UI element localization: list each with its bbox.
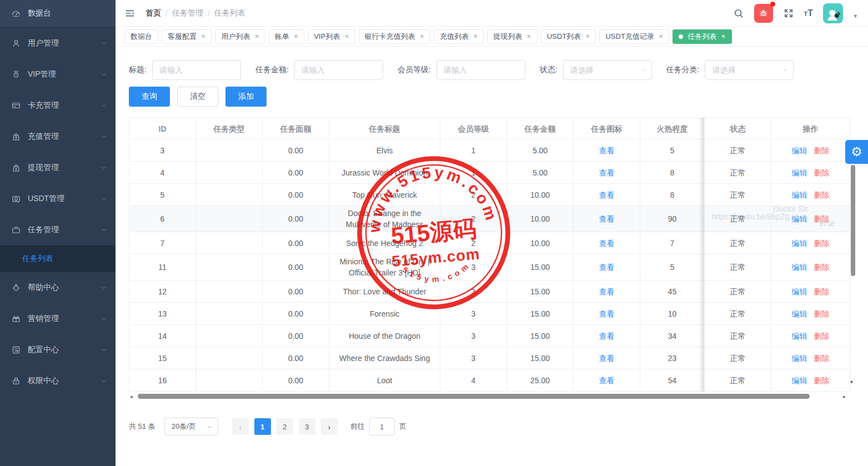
edit-button[interactable]: 编辑 xyxy=(792,376,807,385)
delete-button[interactable]: 删除 xyxy=(814,309,830,318)
filter-title-input[interactable] xyxy=(152,60,241,80)
goto-page-input[interactable] xyxy=(369,418,395,435)
sidebar-subitem-task-list[interactable]: 任务列表 xyxy=(0,245,116,272)
delete-button[interactable]: 删除 xyxy=(814,354,830,363)
tab-usdt-recharge-records[interactable]: USDT充值记录✕ xyxy=(599,29,669,44)
tab-vip-list[interactable]: VIP列表✕ xyxy=(308,29,355,44)
tab-withdraw-list[interactable]: 提现列表✕ xyxy=(487,29,537,44)
bug-report-button[interactable] xyxy=(754,4,773,23)
horizontal-scrollbar-thumb[interactable] xyxy=(138,394,810,399)
page-button-2[interactable]: 2 xyxy=(277,418,293,435)
chevron-down-icon[interactable]: ▼ xyxy=(853,13,858,19)
avatar[interactable] xyxy=(823,3,843,23)
page-button-3[interactable]: 3 xyxy=(299,418,315,435)
tab-bills[interactable]: 账单✕ xyxy=(269,29,304,44)
scroll-right-arrow-icon[interactable]: ▸ xyxy=(843,393,846,400)
close-icon[interactable]: ✕ xyxy=(420,34,424,39)
fullscreen-icon[interactable] xyxy=(783,8,794,19)
close-icon[interactable]: ✕ xyxy=(659,34,663,39)
tab-task-list[interactable]: 任务列表✕ xyxy=(673,29,731,44)
tab-bank-card-recharge-list[interactable]: 银行卡充值列表✕ xyxy=(359,29,430,44)
tab-usdt-list[interactable]: USDT列表✕ xyxy=(541,29,596,44)
close-icon[interactable]: ✕ xyxy=(294,34,298,39)
sidebar-item-usdt[interactable]: USDT管理 xyxy=(0,183,116,214)
clear-button[interactable]: 清空 xyxy=(177,87,218,107)
font-size-icon[interactable]: TT xyxy=(804,9,814,18)
delete-button[interactable]: 删除 xyxy=(814,332,830,340)
sidebar-item-help[interactable]: 帮助中心 xyxy=(0,272,116,303)
delete-button[interactable]: 删除 xyxy=(814,168,830,177)
filter-status-select-input[interactable] xyxy=(563,60,652,80)
close-icon[interactable]: ✕ xyxy=(473,34,478,39)
edit-button[interactable]: 编辑 xyxy=(792,239,807,248)
sidebar-item-withdraw[interactable]: 提现管理 xyxy=(0,152,116,183)
sidebar-item-recharge[interactable]: 充值管理 xyxy=(0,121,116,152)
vertical-scrollbar-thumb[interactable] xyxy=(851,165,855,276)
sidebar-item-config[interactable]: 配置中心 xyxy=(0,334,116,365)
close-icon[interactable]: ✕ xyxy=(526,34,531,39)
edit-button[interactable]: 编辑 xyxy=(792,263,807,272)
breadcrumb-item[interactable]: 首页 xyxy=(145,8,161,18)
delete-button[interactable]: 删除 xyxy=(814,239,830,248)
close-icon[interactable]: ✕ xyxy=(721,34,725,39)
view-link[interactable]: 查看 xyxy=(599,354,615,363)
page-button-1[interactable]: 1 xyxy=(254,418,271,435)
view-link[interactable]: 查看 xyxy=(599,214,615,223)
filter-task-category-select-input[interactable] xyxy=(705,60,794,80)
sidebar-item-permission[interactable]: 权限中心 xyxy=(0,365,116,397)
edit-button[interactable]: 编辑 xyxy=(792,309,807,318)
delete-button[interactable]: 删除 xyxy=(814,287,830,296)
close-icon[interactable]: ✕ xyxy=(254,34,259,39)
view-link[interactable]: 查看 xyxy=(599,263,615,272)
scroll-left-arrow-icon[interactable]: ◂ xyxy=(130,393,133,400)
cell-value: 5.00 xyxy=(533,146,548,155)
sidebar-item-card-recharge[interactable]: 卡充管理 xyxy=(0,90,116,121)
edit-button[interactable]: 编辑 xyxy=(792,354,807,363)
filter-member-level-input[interactable] xyxy=(436,60,525,80)
sidebar-item-vip[interactable]: VIP管理 xyxy=(0,59,116,90)
query-button[interactable]: 查询 xyxy=(129,87,170,107)
view-link[interactable]: 查看 xyxy=(599,287,615,296)
close-icon[interactable]: ✕ xyxy=(585,34,590,39)
edit-button[interactable]: 编辑 xyxy=(792,214,807,223)
delete-button[interactable]: 删除 xyxy=(814,263,830,272)
collapse-menu-icon[interactable] xyxy=(124,8,136,19)
page-size-select[interactable]: 20条/页 xyxy=(164,418,218,435)
view-link[interactable]: 查看 xyxy=(599,332,615,340)
filter-task-amount-input[interactable] xyxy=(294,60,383,80)
table-settings-gear-button[interactable]: ⚙ xyxy=(845,140,868,164)
view-link[interactable]: 查看 xyxy=(599,239,615,248)
view-link[interactable]: 查看 xyxy=(599,191,615,199)
delete-button[interactable]: 删除 xyxy=(814,214,830,223)
prev-page-button[interactable]: ‹ xyxy=(232,418,249,435)
view-link[interactable]: 查看 xyxy=(599,146,615,155)
sidebar-item-tasks[interactable]: 任务管理 xyxy=(0,214,116,245)
sidebar-item-dashboard[interactable]: 数据台 xyxy=(0,0,116,28)
tab-service-config[interactable]: 客服配置✕ xyxy=(162,29,212,44)
tab-user-list[interactable]: 用户列表✕ xyxy=(215,29,265,44)
scroll-down-arrow-icon[interactable]: ▾ xyxy=(850,379,853,385)
sidebar-item-marketing[interactable]: 营销管理 xyxy=(0,303,116,334)
delete-button[interactable]: 删除 xyxy=(814,191,830,199)
sidebar-item-users[interactable]: 用户管理 xyxy=(0,28,116,59)
delete-button[interactable]: 删除 xyxy=(814,146,830,155)
view-link[interactable]: 查看 xyxy=(599,376,615,385)
edit-button[interactable]: 编辑 xyxy=(792,168,807,177)
close-icon[interactable]: ✕ xyxy=(201,34,205,39)
view-link[interactable]: 查看 xyxy=(599,309,615,318)
filter-status-select[interactable] xyxy=(563,60,652,80)
edit-button[interactable]: 编辑 xyxy=(792,146,807,155)
edit-button[interactable]: 编辑 xyxy=(792,191,807,199)
tab-recharge-list[interactable]: 充值列表✕ xyxy=(434,29,484,44)
breadcrumb-item[interactable]: 任务管理 xyxy=(172,8,203,18)
close-icon[interactable]: ✕ xyxy=(344,34,349,39)
filter-task-category-select[interactable] xyxy=(705,60,794,80)
next-page-button[interactable]: › xyxy=(321,418,338,435)
edit-button[interactable]: 编辑 xyxy=(792,332,807,340)
edit-button[interactable]: 编辑 xyxy=(792,287,807,296)
add-button[interactable]: 添加 xyxy=(225,87,267,107)
search-icon[interactable] xyxy=(733,8,744,19)
view-link[interactable]: 查看 xyxy=(599,168,615,177)
tab-dashboard[interactable]: 数据台 xyxy=(124,29,158,44)
delete-button[interactable]: 删除 xyxy=(814,376,830,385)
